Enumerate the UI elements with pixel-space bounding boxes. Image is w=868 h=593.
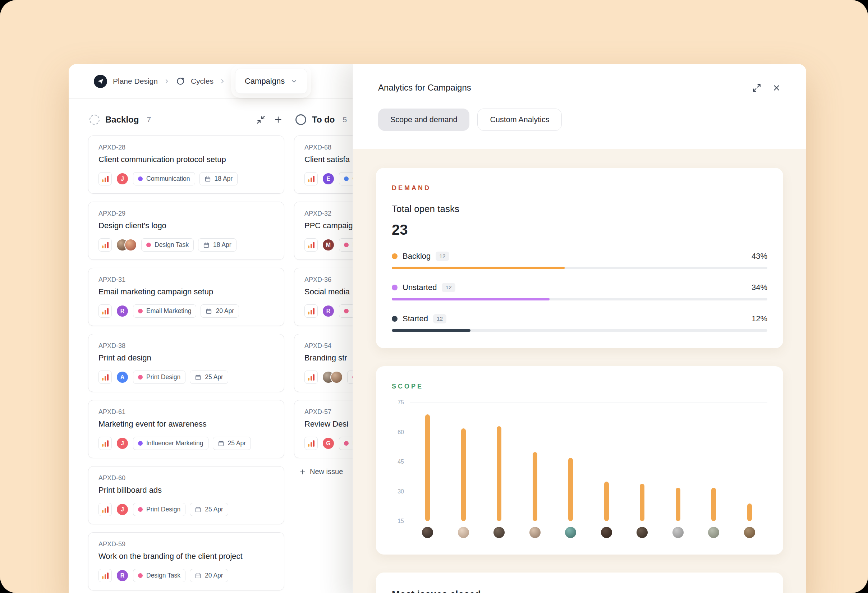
assignee-avatars[interactable]: J: [116, 173, 129, 185]
scope-section-label: SCOPE: [392, 383, 768, 390]
due-date-pill[interactable]: 18 Apr: [199, 172, 238, 186]
label-dot: [146, 243, 151, 247]
avatar: G: [322, 437, 335, 450]
issue-title: Email marketing campaign setup: [99, 287, 274, 296]
priority-icon[interactable]: [304, 437, 318, 450]
label-pill[interactable]: Communication: [133, 172, 195, 186]
avatar: [565, 527, 576, 538]
priority-icon[interactable]: [304, 238, 318, 252]
column-count: 7: [147, 115, 151, 124]
label-text: Design Task: [155, 241, 189, 249]
column-count: 5: [343, 115, 347, 124]
scope-bar: [497, 426, 501, 521]
progress-fill: [392, 267, 565, 269]
issue-card[interactable]: APXD-38 Print ad design A: [88, 334, 284, 392]
label-pill[interactable]: Design Task: [141, 238, 194, 252]
calendar-icon: [195, 506, 201, 513]
issue-card[interactable]: APXD-60 Print billboard ads J: [88, 466, 284, 524]
label-dot: [138, 507, 143, 512]
priority-icon[interactable]: [304, 172, 318, 186]
avatar: A: [116, 371, 129, 384]
assignee-avatars[interactable]: R: [116, 305, 129, 317]
state-dot: [392, 285, 397, 291]
avatar: J: [116, 437, 129, 450]
cycle-selector-button[interactable]: Campaigns: [235, 69, 307, 94]
assignee-avatars[interactable]: E: [322, 173, 335, 185]
issue-tags: J Influencer Marketing 25 Apr: [99, 437, 274, 450]
scope-bar: [533, 452, 537, 521]
priority-icon[interactable]: [99, 238, 112, 252]
add-issue-button[interactable]: [273, 115, 283, 124]
analytics-panel: Analytics for Campaigns Scope and demand: [353, 64, 806, 593]
collapse-column-button[interactable]: [256, 115, 266, 124]
priority-icon[interactable]: [99, 569, 112, 582]
priority-icon[interactable]: [99, 503, 112, 516]
state-dot: [392, 254, 397, 259]
assignee-avatars[interactable]: [322, 371, 343, 384]
due-date-pill[interactable]: 20 Apr: [201, 304, 239, 318]
total-open-tasks-value: 23: [392, 222, 768, 238]
assignee-avatars[interactable]: J: [116, 437, 129, 450]
label-dot: [138, 441, 143, 445]
issue-card[interactable]: APXD-29 Design client's logo: [88, 202, 284, 260]
close-icon[interactable]: [772, 83, 781, 92]
issue-card[interactable]: APXD-28 Client communication protocol se…: [88, 136, 284, 194]
breadcrumb-cycles[interactable]: Cycles: [191, 77, 214, 86]
assignee-avatars[interactable]: J: [116, 503, 129, 516]
due-date-pill[interactable]: 25 Apr: [213, 437, 251, 450]
y-tick-label: 45: [397, 459, 404, 465]
assignee-avatars[interactable]: [116, 239, 137, 251]
scope-chart: 7560453015: [392, 403, 768, 538]
avatar: [330, 371, 343, 384]
assignee-avatars[interactable]: R: [322, 305, 335, 317]
label-dot: [344, 243, 348, 247]
issue-card[interactable]: APXD-61 Marketing event for awareness J: [88, 400, 284, 458]
assignee-avatars[interactable]: M: [322, 239, 335, 251]
avatar: [458, 527, 469, 538]
issue-id: APXD-28: [99, 144, 274, 151]
issue-card[interactable]: APXD-31 Email marketing campaign setup R: [88, 268, 284, 326]
priority-icon[interactable]: [99, 370, 112, 384]
label-text: Print Design: [146, 373, 180, 381]
cycles-icon: [176, 77, 185, 86]
priority-icon[interactable]: [304, 304, 318, 318]
panel-title: Analytics for Campaigns: [378, 83, 471, 93]
state-count-badge: 12: [435, 252, 449, 261]
cycle-selector-label: Campaigns: [245, 77, 285, 86]
avatar: E: [322, 173, 335, 185]
issue-id: APXD-61: [99, 408, 274, 416]
tab-custom-analytics[interactable]: Custom Analytics: [477, 109, 562, 131]
issue-title: Print ad design: [99, 353, 274, 363]
priority-icon[interactable]: [304, 370, 318, 384]
label-pill[interactable]: Email Marketing: [133, 304, 196, 318]
scope-chart-bars: [410, 403, 768, 521]
tab-scope-and-demand[interactable]: Scope and demand: [378, 109, 469, 131]
due-date-pill[interactable]: 25 Apr: [190, 503, 228, 516]
label-pill[interactable]: Print Design: [133, 370, 186, 384]
avatar: J: [116, 173, 129, 185]
assignee-avatars[interactable]: R: [116, 569, 129, 582]
label-pill[interactable]: Print Design: [133, 503, 186, 516]
label-text: Communication: [146, 175, 190, 183]
breadcrumb-project[interactable]: Plane Design: [113, 77, 158, 86]
due-date-pill[interactable]: 18 Apr: [198, 238, 236, 252]
priority-icon[interactable]: [99, 172, 112, 186]
expand-icon[interactable]: [752, 83, 761, 92]
label-pill[interactable]: Design Task: [133, 569, 186, 582]
label-dot: [138, 177, 143, 181]
breadcrumb: Plane Design Cycles Campaigns: [94, 69, 307, 94]
calendar-icon: [195, 572, 201, 579]
assignee-avatars[interactable]: G: [322, 437, 335, 450]
scope-bar: [676, 488, 681, 521]
assignee-avatars[interactable]: A: [116, 371, 129, 384]
avatar: R: [322, 305, 335, 317]
priority-icon[interactable]: [99, 304, 112, 318]
progress-track: [392, 267, 768, 269]
issue-card[interactable]: APXD-59 Work on the branding of the clie…: [88, 532, 284, 590]
due-date-pill[interactable]: 25 Apr: [190, 370, 228, 384]
priority-icon[interactable]: [99, 437, 112, 450]
label-pill[interactable]: Influencer Marketing: [133, 437, 208, 450]
demand-row: Started 12 12%: [392, 314, 768, 332]
scope-bar: [425, 415, 430, 521]
due-date-pill[interactable]: 20 Apr: [190, 569, 228, 582]
